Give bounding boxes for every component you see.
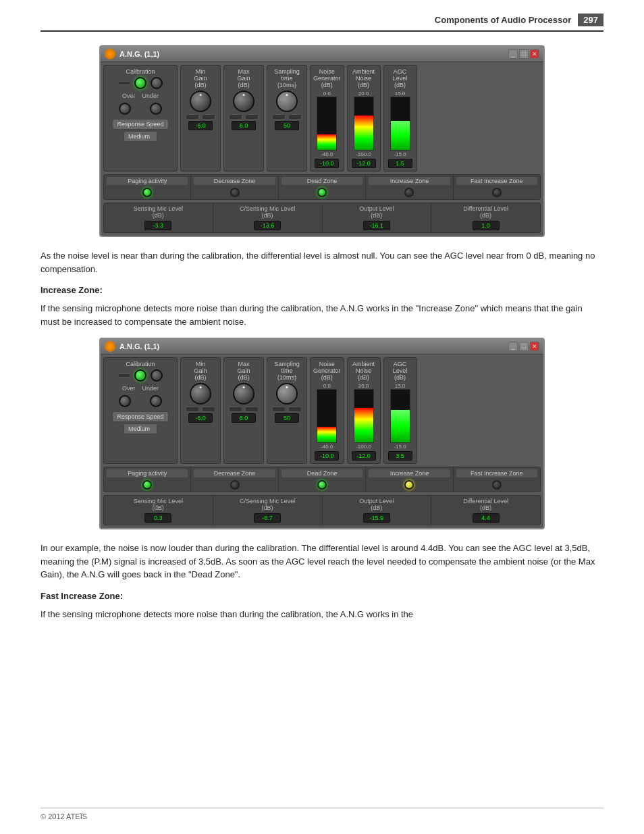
output-level-label-1: Output Level(dB) — [325, 205, 429, 219]
response-speed-btn-2[interactable]: Response Speed — [112, 411, 168, 422]
ang-minimize-1[interactable]: _ — [508, 49, 518, 59]
csensing-mic-val-2: -6.7 — [254, 513, 281, 523]
increase-led-2 — [404, 480, 414, 490]
max-gain-sliders-1 — [229, 114, 259, 120]
dead-led-1 — [317, 188, 327, 197]
min-gain-knob-1[interactable] — [190, 90, 211, 112]
fast-increase-label-2: Fast Increase Zone — [456, 469, 537, 477]
diff-level-cell-1: Differential Level(dB) 1.0 — [431, 203, 540, 232]
output-level-cell-1: Output Level(dB) -16.1 — [323, 203, 432, 232]
sampling-slider-b-2[interactable] — [288, 407, 302, 412]
max-gain-title-1: MaxGain(dB) — [237, 68, 250, 88]
fast-increase-label-1: Fast Increase Zone — [456, 177, 537, 185]
max-gain-slider-a-2[interactable] — [229, 407, 242, 412]
under-knob-2 — [150, 395, 162, 407]
min-gain-section-1: MinGain(dB) -6.0 — [180, 65, 221, 172]
ambient-noise-section-2: AmbientNoise(dB) 20.0 -100.0 -12.0 — [347, 357, 381, 464]
sampling-knob-dot-2 — [286, 386, 288, 388]
diff-level-label-1: Differential Level(dB) — [434, 205, 537, 219]
output-level-val-1: -16.1 — [363, 221, 390, 230]
body-text-3: In our example, the noise is now louder … — [41, 542, 603, 581]
output-row-2: Sensing Mic Level(dB) 0.3 C/Sensing Mic … — [103, 495, 541, 525]
over-under-row-2: Over Under — [122, 385, 159, 392]
cal-knobs-row-2 — [119, 395, 162, 407]
sampling-section-1: Samplingtime(10ms) 50 — [267, 65, 307, 172]
paging-row-1: Paging activity Decrease Zone Dead Zone … — [103, 174, 541, 200]
dead-zone-label-2: Dead Zone — [281, 469, 363, 477]
ang-maximize-2[interactable]: □ — [519, 342, 529, 351]
response-speed-btn-1[interactable]: Response Speed — [112, 119, 168, 130]
paging-led-2 — [142, 480, 152, 490]
agc-meter-1 — [390, 97, 410, 151]
sampling-knob-dot-1 — [286, 94, 288, 96]
csensing-mic-label-1: C/Sensing Mic Level(dB) — [216, 205, 319, 219]
cal-row-1 — [118, 77, 163, 89]
ang-window-2: A.N.G. (1,1) _ □ ✕ Calibration — [99, 338, 545, 529]
max-gain-knob-dot-1 — [243, 94, 245, 96]
min-gain-title-2: MinGain(dB) — [194, 361, 207, 381]
max-gain-slider-a-1[interactable] — [229, 114, 242, 120]
sampling-sliders-2 — [272, 407, 302, 412]
min-gain-slider-a-2[interactable] — [186, 407, 199, 412]
max-gain-knob-2[interactable] — [233, 383, 254, 405]
ang-titlebar-1: A.N.G. (1,1) _ □ ✕ — [101, 47, 543, 62]
sensing-mic-label-1: Sensing Mic Level(dB) — [107, 205, 210, 219]
diff-level-val-2: 4.4 — [473, 513, 500, 523]
min-gain-value-1: -6.0 — [188, 121, 213, 130]
max-gain-knob-1[interactable] — [233, 90, 254, 112]
sampling-slider-a-1[interactable] — [272, 114, 286, 120]
sampling-slider-b-1[interactable] — [288, 114, 302, 120]
sensing-mic-cell-1: Sensing Mic Level(dB) -3.3 — [104, 203, 213, 232]
ang-close-1[interactable]: ✕ — [530, 49, 539, 59]
noise-gen-meter-1 — [317, 97, 337, 151]
ang-title-left-2: A.N.G. (1,1) — [105, 341, 159, 352]
noise-gen-val-2: -10.0 — [315, 451, 339, 461]
noise-gen-top-2: 0.0 — [323, 383, 331, 389]
calibration-title-2: Calibration — [126, 361, 155, 367]
decrease-zone-label-2: Decrease Zone — [194, 469, 275, 477]
sampling-value-2: 50 — [275, 413, 299, 423]
paging-cell-2-3: Dead Zone — [279, 467, 366, 492]
page-footer: © 2012 ATEÏS — [41, 808, 603, 820]
over-knob-2 — [119, 395, 131, 407]
agc-meter-2 — [390, 389, 410, 443]
noise-gen-meter-2 — [317, 389, 337, 443]
cal-indicator-1 — [118, 81, 130, 85]
increase-zone-heading: Increase Zone: — [41, 285, 603, 295]
noise-gen-title-2: NoiseGenerator(dB) — [313, 361, 341, 381]
decrease-led-1 — [230, 188, 240, 197]
paging-cell-2: Decrease Zone — [191, 175, 278, 199]
min-gain-slider-b-2[interactable] — [202, 407, 215, 412]
output-level-label-2: Output Level(dB) — [325, 498, 429, 511]
ang-minimize-2[interactable]: _ — [508, 342, 518, 351]
noise-gen-bar-2 — [317, 427, 336, 442]
csensing-mic-label-2: C/Sensing Mic Level(dB) — [216, 498, 319, 511]
body-text-2: If the sensing microphone detects more n… — [41, 302, 603, 328]
noise-gen-val-1: -10.0 — [315, 159, 339, 168]
max-gain-title-2: MaxGain(dB) — [237, 361, 250, 381]
medium-dropdown-1[interactable]: Medium — [124, 131, 157, 142]
ang-close-2[interactable]: ✕ — [530, 342, 539, 351]
fast-led-1 — [492, 188, 502, 197]
min-gain-knob-2[interactable] — [190, 383, 211, 405]
ang-window-1: A.N.G. (1,1) _ □ ✕ Calibration — [99, 45, 545, 237]
max-gain-slider-b-1[interactable] — [245, 114, 259, 120]
max-gain-slider-b-2[interactable] — [245, 407, 259, 412]
increase-led-1 — [404, 188, 414, 197]
decrease-zone-label-1: Decrease Zone — [194, 177, 275, 185]
sampling-slider-a-2[interactable] — [272, 407, 286, 412]
under-label-2: Under — [142, 385, 159, 392]
sampling-knob-1[interactable] — [276, 90, 298, 112]
paging-cell-1: Paging activity — [104, 175, 191, 199]
sampling-value-1: 50 — [275, 121, 299, 130]
sampling-knob-2[interactable] — [276, 383, 298, 405]
ang-maximize-1[interactable]: □ — [519, 49, 529, 59]
min-gain-slider-b-1[interactable] — [202, 114, 215, 120]
diff-level-cell-2: Differential Level(dB) 4.4 — [431, 496, 540, 525]
page-number: 297 — [578, 14, 603, 26]
output-level-val-2: -15.9 — [363, 513, 390, 523]
ambient-val-2: -12.0 — [352, 451, 376, 461]
medium-dropdown-2[interactable]: Medium — [124, 423, 157, 434]
over-label-2: Over — [122, 385, 136, 392]
min-gain-slider-a-1[interactable] — [186, 114, 199, 120]
